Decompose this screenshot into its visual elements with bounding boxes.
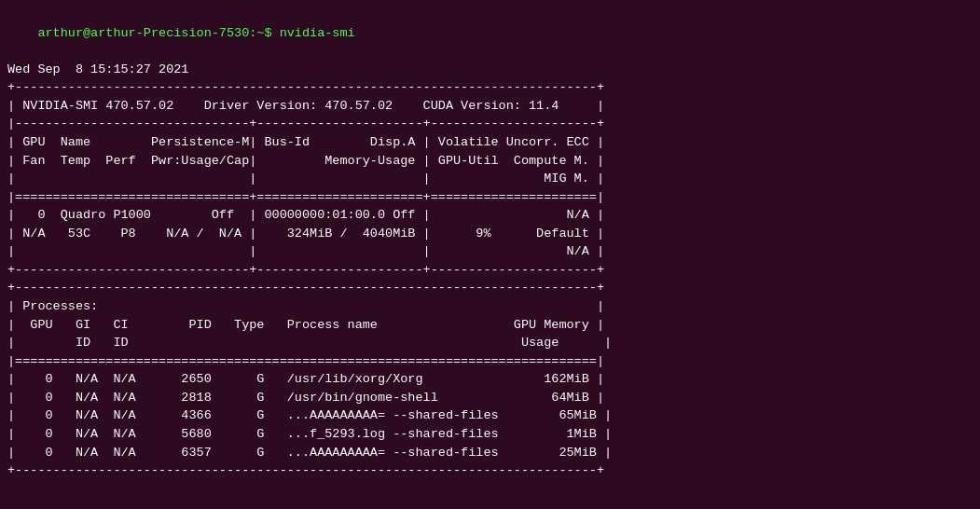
output-line-21: | 0 N/A N/A 6357 G ...AAAAAAAAA= --share…: [7, 444, 973, 462]
output-line-14: | GPU GI CI PID Type Process name GPU Me…: [7, 316, 973, 335]
output-line-7: | 0 Quadro P1000 Off | 00000000:01:00.0 …: [7, 206, 973, 225]
output-line-22: +---------------------------------------…: [7, 461, 973, 480]
output-line-1: | NVIDIA-SMI 470.57.02 Driver Version: 4…: [7, 97, 973, 116]
output-line-5: | | | MIG M. |: [7, 170, 973, 188]
output-line-0: +---------------------------------------…: [7, 78, 973, 97]
output-line-15: | ID ID Usage |: [7, 334, 973, 352]
output-line-10: +-------------------------------+-------…: [7, 261, 973, 280]
output-line-12: +---------------------------------------…: [7, 279, 973, 297]
output-line-4: | Fan Temp Perf Pwr:Usage/Cap| Memory-Us…: [7, 152, 973, 171]
output-line-13: | Processes: |: [7, 297, 973, 316]
output-line-8: | N/A 53C P8 N/A / N/A | 324MiB / 4040Mi…: [7, 225, 973, 243]
prompt-user: arthur@arthur-Precision-7530:~$ nvidia-s…: [37, 26, 354, 40]
output-line-16: |=======================================…: [7, 352, 973, 371]
output-line-3: | GPU Name Persistence-M| Bus-Id Disp.A …: [7, 133, 973, 152]
date-line: Wed Sep 8 15:15:27 2021: [7, 61, 973, 79]
prompt-line: arthur@arthur-Precision-7530:~$ nvidia-s…: [7, 6, 973, 61]
output-line-17: | 0 N/A N/A 2650 G /usr/lib/xorg/Xorg 16…: [7, 370, 973, 389]
output-line-19: | 0 N/A N/A 4366 G ...AAAAAAAAA= --share…: [7, 406, 973, 425]
output-line-9: | | | N/A |: [7, 242, 973, 261]
terminal-window: arthur@arthur-Precision-7530:~$ nvidia-s…: [7, 6, 973, 503]
output-line-18: | 0 N/A N/A 2818 G /usr/bin/gnome-shell …: [7, 389, 973, 407]
output-line-2: |-------------------------------+-------…: [7, 115, 973, 133]
output-line-20: | 0 N/A N/A 5680 G ...f_5293.log --share…: [7, 425, 973, 444]
nvidia-smi-output: +---------------------------------------…: [7, 78, 973, 479]
output-line-6: |===============================+=======…: [7, 188, 973, 207]
